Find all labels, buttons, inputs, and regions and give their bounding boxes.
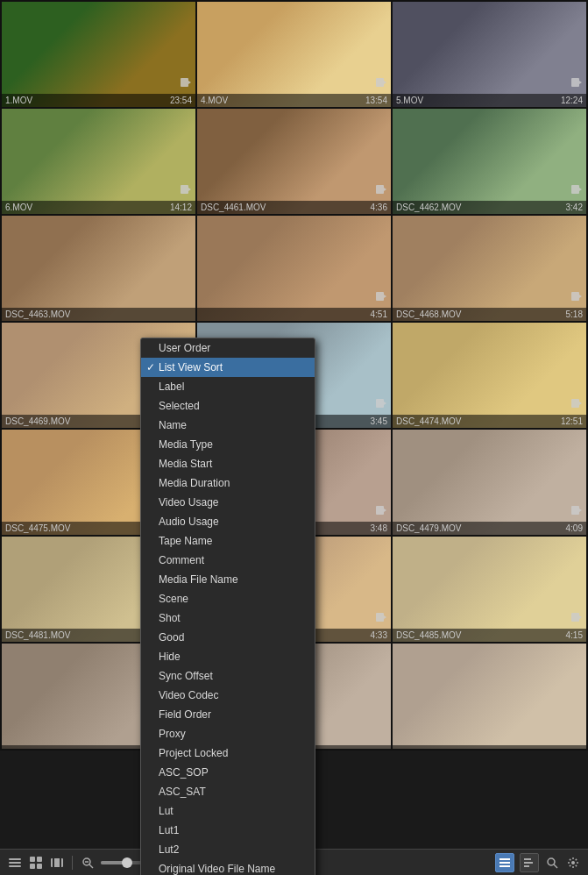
- svg-rect-33: [30, 864, 35, 869]
- menu-item-video-usage[interactable]: Video Usage: [141, 493, 315, 512]
- svg-line-52: [554, 864, 557, 868]
- svg-rect-50: [524, 865, 529, 867]
- thumb-filename: DSC_4485.MOV: [396, 630, 461, 640]
- menu-item-field-order[interactable]: Field Order: [141, 705, 315, 724]
- video-type-icon: [570, 290, 583, 305]
- thumb-duration: 3:48: [371, 523, 387, 533]
- svg-rect-22: [571, 506, 579, 515]
- thumb-label-7: DSC_4463.MOV: [2, 308, 195, 321]
- grid-small-icon[interactable]: [28, 855, 44, 871]
- thumbnail-item-18[interactable]: DSC_4485.MOV4:15: [393, 537, 586, 642]
- menu-item-shot[interactable]: Shot: [141, 608, 315, 628]
- thumbnail-item-1[interactable]: 1.MOV23:54: [2, 2, 195, 107]
- thumb-label-9: DSC_4468.MOV5:18: [393, 308, 586, 321]
- video-type-icon: [375, 183, 387, 198]
- menu-item-original-video-file-name[interactable]: Original Video File Name: [141, 859, 315, 875]
- thumbnail-item-3[interactable]: 5.MOV12:24: [393, 2, 586, 107]
- svg-marker-9: [384, 188, 386, 191]
- menu-item-asc_sop[interactable]: ASC_SOP: [141, 763, 315, 782]
- thumbnail-item-12[interactable]: DSC_4474.MOV12:51: [393, 323, 586, 428]
- video-type-icon: [375, 290, 387, 305]
- thumbnail-item-2[interactable]: 4.MOV13:54: [197, 2, 391, 107]
- clip-icon[interactable]: [7, 855, 23, 871]
- thumbnail-item-7[interactable]: DSC_4463.MOV: [2, 216, 195, 321]
- menu-item-media-start[interactable]: Media Start: [141, 454, 315, 473]
- svg-rect-30: [9, 865, 21, 867]
- menu-item-user-order[interactable]: User Order: [141, 338, 315, 358]
- thumb-label-15: DSC_4479.MOV4:09: [393, 522, 586, 535]
- sort-view-button[interactable]: [520, 853, 539, 872]
- menu-item-good[interactable]: Good: [141, 628, 315, 647]
- menu-item-audio-usage[interactable]: Audio Usage: [141, 512, 315, 531]
- list-view-button[interactable]: [495, 853, 514, 872]
- menu-item-lut1[interactable]: Lut1: [141, 821, 315, 840]
- thumb-duration: 4:36: [371, 203, 387, 212]
- thumbnail-item-4[interactable]: 6.MOV14:12: [2, 109, 195, 214]
- svg-rect-45: [499, 858, 510, 860]
- svg-rect-47: [499, 865, 510, 867]
- thumbnail-item-9[interactable]: DSC_4468.MOV5:18: [393, 216, 586, 321]
- svg-point-51: [548, 858, 555, 865]
- menu-item-project-locked[interactable]: Project Locked: [141, 743, 315, 763]
- thumb-duration: 14:12: [170, 203, 192, 212]
- thumb-label-5: DSC_4461.MOV4:36: [197, 201, 391, 214]
- svg-rect-32: [37, 857, 42, 862]
- zoom-out-icon[interactable]: [80, 855, 96, 871]
- thumbnail-item-5[interactable]: DSC_4461.MOV4:36: [197, 109, 391, 214]
- menu-item-name[interactable]: Name: [141, 416, 315, 435]
- thumb-duration: 4:33: [371, 630, 387, 640]
- menu-item-media-type[interactable]: Media Type: [141, 435, 315, 454]
- settings-icon[interactable]: [565, 855, 581, 871]
- search-icon[interactable]: [544, 855, 560, 871]
- video-type-icon: [570, 397, 583, 412]
- menu-item-video-codec[interactable]: Video Codec: [141, 686, 315, 705]
- thumbnail-item-8[interactable]: 4:51: [197, 216, 391, 321]
- thumb-label-4: 6.MOV14:12: [2, 201, 195, 214]
- video-type-icon: [180, 76, 192, 91]
- thumbnail-item-15[interactable]: DSC_4479.MOV4:09: [393, 430, 586, 535]
- svg-rect-31: [30, 857, 35, 862]
- svg-rect-16: [376, 399, 384, 408]
- svg-marker-3: [384, 81, 386, 84]
- thumbnail-item-21[interactable]: [393, 644, 586, 749]
- menu-item-media-file-name[interactable]: Media File Name: [141, 570, 315, 589]
- thumb-label-2: 4.MOV13:54: [197, 94, 391, 107]
- menu-item-lut[interactable]: Lut: [141, 801, 315, 821]
- menu-item-tape-name[interactable]: Tape Name: [141, 531, 315, 551]
- menu-item-list-view-sort[interactable]: List View Sort: [141, 358, 315, 377]
- thumb-duration: 5:18: [566, 309, 583, 319]
- svg-rect-28: [9, 858, 21, 860]
- svg-rect-26: [571, 613, 579, 622]
- menu-item-hide[interactable]: Hide: [141, 647, 315, 666]
- menu-item-comment[interactable]: Comment: [141, 551, 315, 570]
- thumb-filename: DSC_4474.MOV: [396, 416, 461, 426]
- svg-rect-10: [571, 185, 579, 194]
- menu-item-selected[interactable]: Selected: [141, 396, 315, 416]
- menu-item-label[interactable]: Label: [141, 377, 315, 396]
- svg-rect-6: [181, 185, 188, 194]
- video-type-icon: [570, 183, 583, 198]
- menu-item-asc_sat[interactable]: ASC_SAT: [141, 782, 315, 801]
- thumb-label-1: 1.MOV23:54: [2, 94, 195, 107]
- svg-marker-13: [384, 295, 386, 298]
- menu-item-sync-offset[interactable]: Sync Offset: [141, 666, 315, 686]
- thumb-duration: 12:51: [561, 416, 583, 426]
- video-type-icon: [570, 611, 583, 626]
- thumb-filename: DSC_4461.MOV: [201, 203, 266, 212]
- thumbnail-item-6[interactable]: DSC_4462.MOV3:42: [393, 109, 586, 214]
- menu-item-proxy[interactable]: Proxy: [141, 724, 315, 743]
- filmstrip-icon[interactable]: [49, 855, 65, 871]
- svg-marker-25: [384, 615, 386, 619]
- svg-rect-29: [9, 862, 21, 864]
- thumb-filename: DSC_4463.MOV: [5, 309, 70, 319]
- menu-item-lut2[interactable]: Lut2: [141, 840, 315, 859]
- thumb-duration: 4:51: [371, 309, 387, 319]
- thumb-filename: DSC_4481.MOV: [5, 630, 70, 640]
- svg-marker-15: [579, 295, 582, 298]
- svg-rect-48: [524, 858, 531, 860]
- menu-item-scene[interactable]: Scene: [141, 589, 315, 608]
- thumb-filename: DSC_4469.MOV: [5, 416, 70, 426]
- menu-item-media-duration[interactable]: Media Duration: [141, 473, 315, 493]
- svg-marker-27: [579, 615, 582, 619]
- thumb-filename: 5.MOV: [396, 96, 423, 105]
